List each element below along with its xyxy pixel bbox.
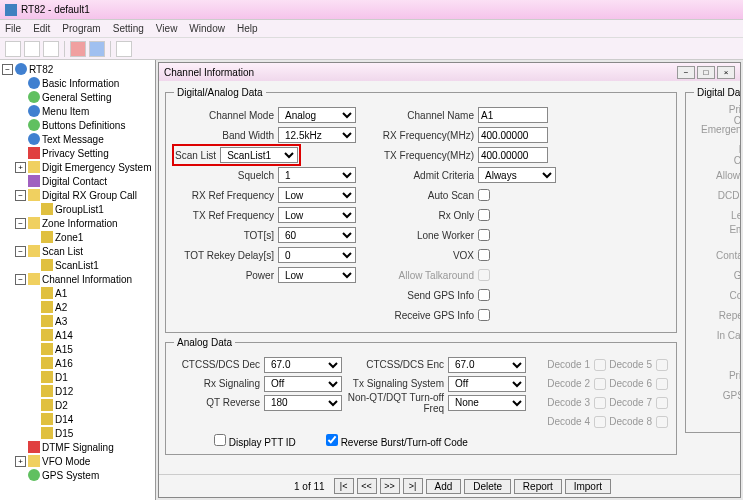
nav-last-button[interactable]: >| (403, 478, 423, 494)
menu-edit[interactable]: Edit (33, 23, 50, 34)
tree-item[interactable]: Menu Item (2, 104, 153, 118)
tree-root[interactable]: −RT82 (2, 62, 153, 76)
close-button[interactable]: × (717, 66, 735, 79)
select[interactable]: Low (278, 187, 356, 203)
text-input[interactable] (478, 107, 548, 123)
import-button[interactable]: Import (565, 479, 611, 494)
select[interactable]: None (448, 395, 526, 411)
select[interactable]: 67.0 (264, 357, 342, 373)
report-button[interactable]: Report (514, 479, 562, 494)
toolbar-new-icon[interactable] (5, 41, 21, 57)
checkbox[interactable] (478, 289, 490, 301)
tree-item[interactable]: A3 (2, 314, 153, 328)
checkbox[interactable] (478, 189, 490, 201)
select[interactable]: Analog (278, 107, 356, 123)
tree-item[interactable]: Zone1 (2, 230, 153, 244)
tree-item[interactable]: A16 (2, 356, 153, 370)
tree-icon (28, 189, 40, 201)
toolbar-read-icon[interactable] (70, 41, 86, 57)
nav-first-button[interactable]: |< (334, 478, 354, 494)
display-ptt-checkbox[interactable]: Display PTT ID (214, 434, 296, 448)
tree-item[interactable]: +Digit Emergency System (2, 160, 153, 174)
select[interactable]: Off (448, 376, 526, 392)
tree-icon (41, 385, 53, 397)
tree-item[interactable]: Buttons Definitions (2, 118, 153, 132)
tree-item[interactable]: −Scan List (2, 244, 153, 258)
select[interactable]: ScanList1 (220, 147, 298, 163)
toolbar-help-icon[interactable] (116, 41, 132, 57)
tree-item[interactable]: D14 (2, 412, 153, 426)
tree-item[interactable]: DTMF Signaling (2, 440, 153, 454)
select[interactable]: 180 (264, 395, 342, 411)
tree-item[interactable]: A14 (2, 328, 153, 342)
menu-window[interactable]: Window (189, 23, 225, 34)
app-icon (5, 4, 17, 16)
select[interactable]: 12.5kHz (278, 127, 356, 143)
nav-next-button[interactable]: >> (380, 478, 400, 494)
text-input[interactable] (478, 147, 548, 163)
tree-item[interactable]: Digital Contact (2, 174, 153, 188)
collapse-icon[interactable]: − (15, 190, 26, 201)
minimize-button[interactable]: − (677, 66, 695, 79)
tree-icon (28, 441, 40, 453)
menu-help[interactable]: Help (237, 23, 258, 34)
checkbox[interactable] (478, 229, 490, 241)
tree-item[interactable]: GroupList1 (2, 202, 153, 216)
tree-item[interactable]: A15 (2, 342, 153, 356)
tree-item[interactable]: General Setting (2, 90, 153, 104)
checkbox[interactable] (478, 309, 490, 321)
delete-button[interactable]: Delete (464, 479, 511, 494)
tree-item[interactable]: D1 (2, 370, 153, 384)
toolbar-open-icon[interactable] (24, 41, 40, 57)
tree-panel: −RT82 Basic InformationGeneral SettingMe… (0, 60, 156, 500)
toolbar-save-icon[interactable] (43, 41, 59, 57)
channel-info-window: Channel Information − □ × Digital/Analog… (158, 62, 741, 498)
select[interactable]: Low (278, 267, 356, 283)
tree-item[interactable]: −Channel Information (2, 272, 153, 286)
collapse-icon[interactable]: − (2, 64, 13, 75)
toolbar-write-icon[interactable] (89, 41, 105, 57)
checkbox[interactable] (478, 249, 490, 261)
tree-icon (28, 245, 40, 257)
select[interactable]: 0 (278, 247, 356, 263)
select[interactable]: 60 (278, 227, 356, 243)
tree-item[interactable]: A1 (2, 286, 153, 300)
select[interactable]: Always (478, 167, 556, 183)
title-bar: RT82 - default1 (0, 0, 743, 20)
select[interactable]: Off (264, 376, 342, 392)
menu-setting[interactable]: Setting (113, 23, 144, 34)
tree-item[interactable]: GPS System (2, 468, 153, 482)
collapse-icon[interactable]: − (15, 246, 26, 257)
tree-icon (41, 287, 53, 299)
expand-icon[interactable]: + (15, 456, 26, 467)
tree-item[interactable]: D15 (2, 426, 153, 440)
add-button[interactable]: Add (426, 479, 462, 494)
nav-prev-button[interactable]: << (357, 478, 377, 494)
expand-icon[interactable]: + (15, 162, 26, 173)
tree-item[interactable]: Text Message (2, 132, 153, 146)
tree-item[interactable]: Privacy Setting (2, 146, 153, 160)
tree-item[interactable]: ScanList1 (2, 258, 153, 272)
tree-item[interactable]: −Zone Information (2, 216, 153, 230)
checkbox[interactable] (478, 209, 490, 221)
tree-item[interactable]: +VFO Mode (2, 454, 153, 468)
select[interactable]: 1 (278, 167, 356, 183)
tree-icon (41, 371, 53, 383)
tree-item[interactable]: Basic Information (2, 76, 153, 90)
reverse-burst-checkbox[interactable]: Reverse Burst/Turn-off Code (326, 434, 468, 448)
tree-item[interactable]: −Digital RX Group Call (2, 188, 153, 202)
tree-icon (28, 77, 40, 89)
collapse-icon[interactable]: − (15, 274, 26, 285)
checkbox[interactable] (478, 269, 490, 281)
select[interactable]: Low (278, 207, 356, 223)
menu-program[interactable]: Program (62, 23, 100, 34)
menu-view[interactable]: View (156, 23, 178, 34)
menu-file[interactable]: File (5, 23, 21, 34)
text-input[interactable] (478, 127, 548, 143)
tree-item[interactable]: D12 (2, 384, 153, 398)
tree-item[interactable]: D2 (2, 398, 153, 412)
select[interactable]: 67.0 (448, 357, 526, 373)
tree-item[interactable]: A2 (2, 300, 153, 314)
collapse-icon[interactable]: − (15, 218, 26, 229)
maximize-button[interactable]: □ (697, 66, 715, 79)
